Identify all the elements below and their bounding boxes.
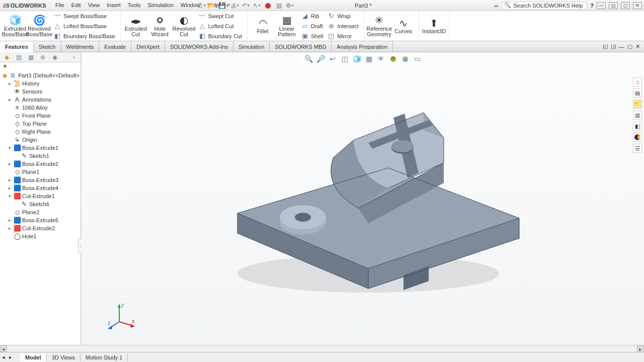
tree-item[interactable]: ▾🟥Cut-Extrude1 [0, 192, 80, 200]
reference-geometry-button[interactable]: ✳Reference Geometry [367, 12, 391, 40]
revolved-cut-button[interactable]: ◐Revolved Cut [172, 12, 196, 40]
rail-explorer-icon[interactable]: ▥ [633, 111, 642, 120]
vp-hide-show-icon[interactable]: 👁 [376, 54, 385, 63]
qa-settings[interactable]: ⚙▾ [285, 2, 294, 10]
scroll-right-icon[interactable]: ▸ [637, 345, 644, 352]
tab-sketch[interactable]: Sketch [34, 41, 61, 52]
vp-section-icon[interactable]: ◫ [340, 54, 349, 63]
maximize-button[interactable]: ▢ [621, 2, 630, 9]
shell-button[interactable]: ▣Shell [299, 32, 325, 41]
menu-tools[interactable]: Tools [125, 1, 144, 10]
btab-model[interactable]: Model [20, 353, 47, 361]
tree-item[interactable]: ≡1060 Alloy [0, 104, 80, 112]
horizontal-scrollbar[interactable]: ◂ ▸ [0, 345, 644, 352]
tab-evaluate[interactable]: Evaluate [99, 41, 131, 52]
qa-select[interactable]: ↖▾ [252, 2, 261, 10]
hole-wizard-button[interactable]: ⭘Hole Wizard [148, 12, 172, 40]
tab-analysis-prep[interactable]: Analysis Preparation [332, 41, 393, 52]
vp-zoom-fit-icon[interactable]: 🔍 [304, 54, 313, 63]
fm-filter-icon[interactable]: ▼ [0, 62, 80, 70]
tree-item[interactable]: ▸📜History [0, 79, 80, 87]
help-search[interactable]: 🔍 Search SOLIDWORKS Help [502, 2, 587, 10]
mirror-button[interactable]: ◫Mirror [325, 32, 360, 41]
tree-item-child[interactable]: ✎Sketch1 [0, 152, 80, 160]
qa-new[interactable]: 🗋▾ [197, 2, 206, 10]
tree-item[interactable]: ▸🟦Boss-Extrude3 [0, 176, 80, 184]
fillet-button[interactable]: ◠Fillet [251, 12, 275, 40]
vp-display-style-icon[interactable]: ▦ [364, 54, 373, 63]
revolved-boss-button[interactable]: 🌀Revolved Boss/Base [27, 12, 51, 40]
doc-minimize-icon[interactable]: — [619, 44, 624, 50]
qa-open[interactable]: 📂▾ [208, 2, 217, 10]
boundary-cut-button[interactable]: ◧Boundary Cut [196, 32, 244, 41]
extruded-cut-button[interactable]: 🕳Extruded Cut [124, 12, 148, 40]
tab-simulation[interactable]: Simulation [233, 41, 270, 52]
tree-item[interactable]: ▸🟦Boss-Extrude5 [0, 216, 80, 224]
scroll-left-icon[interactable]: ◂ [0, 345, 7, 352]
vp-prev-view-icon[interactable]: ↩ [328, 54, 337, 63]
linear-pattern-button[interactable]: ▦Linear Pattern [275, 12, 299, 40]
doc-window-icon2[interactable]: ◲ [611, 43, 616, 50]
instant3d-button[interactable]: ⬆Instant3D [422, 12, 446, 40]
tree-item[interactable]: ▾🟦Boss-Extrude1 [0, 144, 80, 152]
vp-appearance-icon[interactable] [388, 54, 397, 63]
cloud-icon[interactable]: ☁ [493, 2, 499, 9]
tree-item[interactable]: ◇Top Plane [0, 120, 80, 128]
fm-tab-tree[interactable]: ◆ [1, 53, 12, 61]
lofted-cut-button[interactable]: △Lofted Cut [196, 22, 244, 31]
tab-weldments[interactable]: Weldments [61, 41, 100, 52]
vp-scene-icon[interactable] [400, 54, 410, 63]
wrap-button[interactable]: ↻Wrap [325, 12, 360, 21]
tree-root[interactable]: ◆🗎Part3 (Default<<Default> [0, 71, 80, 79]
qa-save[interactable]: 💾▾ [219, 2, 228, 10]
intersect-button[interactable]: ⊗Intersect [325, 22, 360, 31]
rail-appearances-icon[interactable] [633, 133, 642, 142]
tree-item[interactable]: ▸🟦Boss-Extrude4 [0, 184, 80, 192]
tree-item-child[interactable]: ✎Sketch6 [0, 200, 80, 208]
curves-button[interactable]: ∿Curves [391, 12, 416, 40]
lofted-boss-button[interactable]: △Lofted Boss/Base [51, 22, 117, 31]
rail-home-icon[interactable]: ⌂ [633, 77, 642, 86]
doc-window-icon1[interactable]: ◱ [603, 43, 608, 50]
fm-tab-property[interactable]: ▤ [13, 53, 24, 61]
vp-orient-icon[interactable]: 🧊 [352, 54, 361, 63]
draft-button[interactable]: ▱Draft [299, 22, 325, 31]
menu-view[interactable]: View [85, 1, 103, 10]
doc-close-icon[interactable]: ✕ [635, 43, 640, 50]
tab-dimxpert[interactable]: DimXpert [131, 41, 165, 52]
close-button[interactable]: ✕ [633, 2, 642, 9]
graphics-viewport[interactable]: 🔍 🔎 ↩ ◫ 🧊 ▦ 👁 ▭ ⌂ ▤ 📁 ▥ ◧ ☰ [82, 52, 644, 352]
rib-button[interactable]: ◢Rib [299, 12, 325, 21]
tree-item[interactable]: ◇Right Plane [0, 128, 80, 136]
menu-edit[interactable]: Edit [68, 1, 84, 10]
tree-item[interactable]: ◯Hole1 [0, 232, 80, 240]
minimize-button[interactable]: — [597, 2, 606, 9]
rail-view-palette-icon[interactable]: ◧ [633, 122, 642, 131]
menu-simulation[interactable]: Simulation [145, 1, 177, 10]
menu-insert[interactable]: Insert [104, 1, 124, 10]
swept-cut-button[interactable]: 〰Swept Cut [196, 12, 244, 21]
boundary-boss-button[interactable]: ◧Boundary Boss/Base [51, 32, 117, 41]
swept-boss-button[interactable]: 〰Swept Boss/Base [51, 12, 117, 21]
btab-motion[interactable]: Motion Study 1 [80, 353, 128, 361]
qa-options[interactable]: ▤ [274, 2, 283, 10]
restore-button[interactable]: ◱ [609, 2, 618, 9]
rail-library-icon[interactable]: 📁 [633, 100, 642, 109]
doc-maximize-icon[interactable]: ▢ [627, 43, 632, 50]
qa-rebuild[interactable] [263, 2, 272, 10]
fm-tab-more[interactable]: › [68, 53, 79, 61]
tree-item[interactable]: ◇Plane2 [0, 208, 80, 216]
vp-zoom-area-icon[interactable]: 🔎 [316, 54, 325, 63]
tree-item[interactable]: ▸AAnnotations [0, 96, 80, 104]
view-triad[interactable]: y x z [107, 302, 137, 332]
extruded-boss-button[interactable]: 🧊Extruded Boss/Base [3, 12, 27, 40]
tree-item[interactable]: ▸🟥Cut-Extrude2 [0, 224, 80, 232]
qa-undo[interactable]: ↶▾ [241, 2, 250, 10]
tree-item[interactable]: 👁Sensors [0, 87, 80, 96]
qa-print[interactable]: 🖨▾ [230, 2, 239, 10]
fm-tab-dim[interactable]: ⊕ [37, 53, 48, 61]
rail-resources-icon[interactable]: ▤ [633, 88, 642, 98]
fm-tab-config[interactable]: ▦ [25, 53, 36, 61]
rail-properties-icon[interactable]: ☰ [633, 144, 642, 153]
tree-item[interactable]: ◇Front Plane [0, 112, 80, 120]
